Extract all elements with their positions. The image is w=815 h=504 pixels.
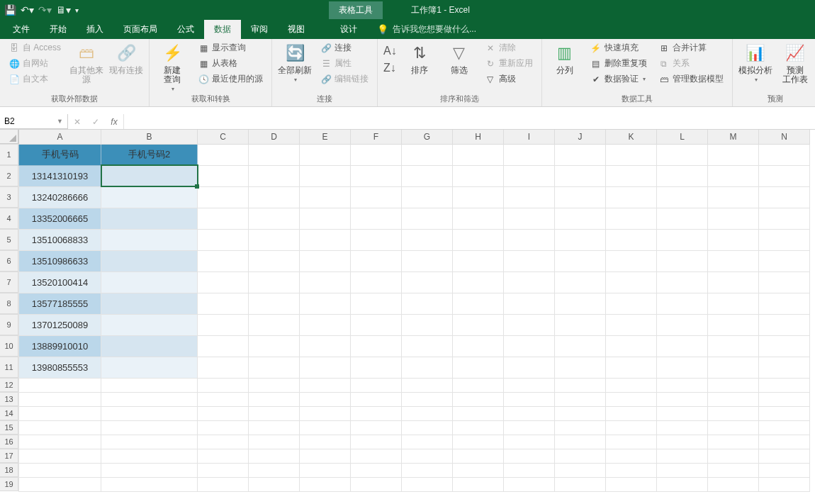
cell-N6[interactable] (759, 250, 810, 271)
cell-F3[interactable] (351, 186, 402, 208)
cell-F7[interactable] (351, 271, 402, 293)
cell-F17[interactable] (351, 449, 402, 463)
cell-L10[interactable] (657, 335, 708, 357)
name-box-dropdown-icon[interactable]: ▼ (57, 118, 63, 125)
cell-G1[interactable] (402, 144, 453, 165)
row-header-2[interactable]: 2 (0, 165, 18, 186)
cell-M19[interactable] (708, 477, 759, 491)
col-header-A[interactable]: A (19, 130, 101, 144)
cell-F15[interactable] (351, 420, 402, 435)
cell-A7[interactable]: 13520100414 (19, 271, 101, 293)
formula-bar-input[interactable] (124, 114, 815, 129)
reapply-button[interactable]: ↻重新应用 (482, 56, 536, 71)
cell-F16[interactable] (351, 435, 402, 449)
cell-D16[interactable] (249, 435, 300, 449)
sort-button[interactable]: ⇅排序 (403, 40, 437, 75)
cell-J8[interactable] (555, 293, 606, 314)
advanced-filter-button[interactable]: ▽高级 (482, 72, 536, 86)
cell-E8[interactable] (300, 293, 351, 314)
cell-C4[interactable] (198, 208, 249, 229)
tell-me-search[interactable]: 💡告诉我您想要做什么... (367, 20, 486, 39)
cell-F12[interactable] (351, 378, 402, 392)
cell-G10[interactable] (402, 335, 453, 357)
cell-H3[interactable] (453, 186, 504, 208)
cell-I16[interactable] (504, 435, 555, 449)
row-header-14[interactable]: 14 (0, 406, 18, 420)
cell-E11[interactable] (300, 357, 351, 378)
cell-J15[interactable] (555, 420, 606, 435)
row-header-4[interactable]: 4 (0, 208, 18, 229)
cell-M16[interactable] (708, 435, 759, 449)
cell-G13[interactable] (402, 392, 453, 406)
existing-connections-button[interactable]: 🔗现有连接 (109, 40, 143, 75)
cell-K10[interactable] (606, 335, 657, 357)
cell-C6[interactable] (198, 250, 249, 271)
what-if-button[interactable]: 📊模拟分析 (738, 40, 772, 83)
cell-L18[interactable] (657, 463, 708, 477)
cell-J12[interactable] (555, 378, 606, 392)
row-header-8[interactable]: 8 (0, 293, 18, 314)
row-header-19[interactable]: 19 (0, 477, 18, 491)
cell-D19[interactable] (249, 477, 300, 491)
cell-M10[interactable] (708, 335, 759, 357)
cell-B8[interactable] (101, 293, 198, 314)
cell-H19[interactable] (453, 477, 504, 491)
edit-links-button[interactable]: 🔗编辑链接 (317, 72, 371, 86)
cell-L16[interactable] (657, 435, 708, 449)
tab-review[interactable]: 审阅 (241, 20, 278, 39)
cell-G9[interactable] (402, 314, 453, 335)
cell-I1[interactable] (504, 144, 555, 165)
cell-H16[interactable] (453, 435, 504, 449)
row-header-15[interactable]: 15 (0, 420, 18, 435)
row-header-5[interactable]: 5 (0, 229, 18, 250)
cell-C13[interactable] (198, 392, 249, 406)
cell-C17[interactable] (198, 449, 249, 463)
cell-I7[interactable] (504, 271, 555, 293)
cell-N17[interactable] (759, 449, 810, 463)
sort-desc-icon[interactable]: Z↓ (383, 62, 397, 74)
col-header-N[interactable]: N (759, 130, 810, 144)
cell-B19[interactable] (101, 477, 198, 491)
cell-M6[interactable] (708, 250, 759, 271)
recent-sources-button[interactable]: 🕓最近使用的源 (195, 72, 266, 86)
cell-B10[interactable] (101, 335, 198, 357)
cell-L9[interactable] (657, 314, 708, 335)
cell-H4[interactable] (453, 208, 504, 229)
row-header-3[interactable]: 3 (0, 186, 18, 208)
cell-A9[interactable]: 13701250089 (19, 314, 101, 335)
cell-E3[interactable] (300, 186, 351, 208)
cell-K6[interactable] (606, 250, 657, 271)
cell-D7[interactable] (249, 271, 300, 293)
data-validation-button[interactable]: ✔数据验证 (588, 72, 650, 86)
sort-asc-icon[interactable]: A↓ (383, 45, 397, 57)
cell-I4[interactable] (504, 208, 555, 229)
cell-N1[interactable] (759, 144, 810, 165)
cell-I15[interactable] (504, 420, 555, 435)
cell-E7[interactable] (300, 271, 351, 293)
cell-B9[interactable] (101, 314, 198, 335)
cell-E15[interactable] (300, 420, 351, 435)
cell-N16[interactable] (759, 435, 810, 449)
cell-N4[interactable] (759, 208, 810, 229)
select-all-corner[interactable] (0, 130, 18, 144)
cell-A18[interactable] (19, 463, 101, 477)
filter-button[interactable]: ▽筛选 (442, 40, 476, 75)
cell-H6[interactable] (453, 250, 504, 271)
tab-home[interactable]: 开始 (40, 20, 77, 39)
cell-J1[interactable] (555, 144, 606, 165)
cell-D11[interactable] (249, 357, 300, 378)
cell-K3[interactable] (606, 186, 657, 208)
row-header-10[interactable]: 10 (0, 335, 18, 357)
cell-K12[interactable] (606, 378, 657, 392)
cell-H8[interactable] (453, 293, 504, 314)
cell-N5[interactable] (759, 229, 810, 250)
cell-C19[interactable] (198, 477, 249, 491)
cell-N7[interactable] (759, 271, 810, 293)
cell-N13[interactable] (759, 392, 810, 406)
cell-K9[interactable] (606, 314, 657, 335)
col-header-H[interactable]: H (453, 130, 504, 144)
row-header-12[interactable]: 12 (0, 378, 18, 392)
cell-M15[interactable] (708, 420, 759, 435)
cell-J9[interactable] (555, 314, 606, 335)
col-header-L[interactable]: L (657, 130, 708, 144)
